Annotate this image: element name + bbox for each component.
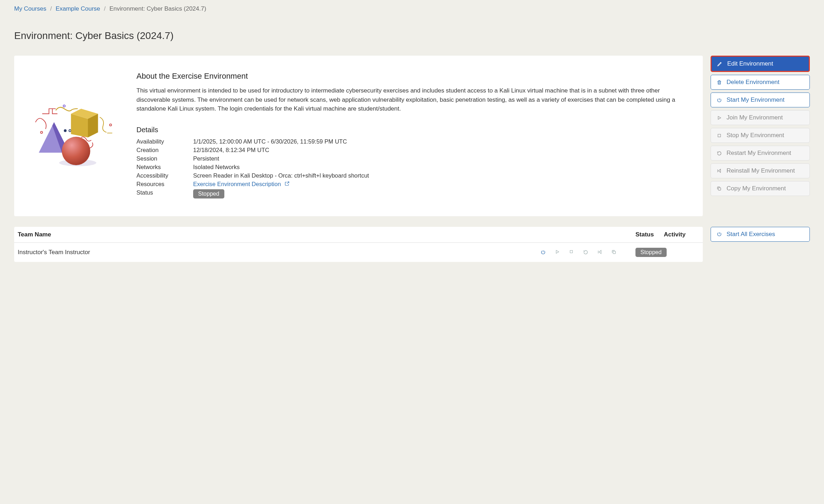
breadcrumb-example-course[interactable]: Example Course bbox=[56, 5, 100, 12]
svg-point-2 bbox=[110, 124, 112, 126]
row-restart-button[interactable] bbox=[582, 250, 589, 255]
delete-environment-button[interactable]: Delete Environment bbox=[711, 75, 810, 90]
svg-rect-12 bbox=[718, 134, 721, 137]
svg-point-4 bbox=[69, 130, 71, 132]
detail-value-session: Persistent bbox=[193, 155, 690, 162]
detail-label-networks: Networks bbox=[136, 164, 193, 170]
breadcrumb-my-courses[interactable]: My Courses bbox=[14, 5, 46, 12]
row-status-badge: Stopped bbox=[635, 248, 667, 257]
row-play-button[interactable] bbox=[554, 250, 560, 255]
table-row: Instructor's Team Instructor Stopped bbox=[14, 243, 703, 262]
stop-icon bbox=[716, 133, 722, 138]
detail-label-accessibility: Accessibility bbox=[136, 172, 193, 179]
environment-card: About the Exercise Environment This virt… bbox=[14, 56, 703, 216]
svg-point-3 bbox=[64, 129, 67, 132]
detail-label-resources: Resources bbox=[136, 181, 193, 187]
resources-link[interactable]: Exercise Environment Description bbox=[193, 181, 290, 187]
copy-icon bbox=[716, 186, 722, 191]
detail-label-creation: Creation bbox=[136, 147, 193, 153]
external-link-icon bbox=[285, 181, 290, 187]
start-environment-button[interactable]: Start My Environment bbox=[711, 93, 810, 107]
pencil-icon bbox=[717, 61, 723, 67]
skip-back-icon bbox=[716, 168, 722, 173]
row-stop-button[interactable] bbox=[568, 250, 574, 255]
join-environment-button: Join My Environment bbox=[711, 110, 810, 125]
start-all-exercises-button[interactable]: Start All Exercises bbox=[711, 227, 810, 242]
about-heading: About the Exercise Environment bbox=[136, 72, 690, 81]
status-badge: Stopped bbox=[193, 189, 224, 198]
restart-icon bbox=[716, 151, 722, 156]
stop-environment-button: Stop My Environment bbox=[711, 128, 810, 143]
trash-icon bbox=[716, 80, 722, 85]
power-icon bbox=[716, 231, 722, 237]
breadcrumb-current: Environment: Cyber Basics (2024.7) bbox=[110, 5, 206, 12]
row-power-button[interactable] bbox=[540, 250, 546, 255]
row-reinstall-button[interactable] bbox=[596, 250, 603, 255]
reinstall-environment-button: Reinstall My Environment bbox=[711, 163, 810, 178]
page-title: Environment: Cyber Basics (2024.7) bbox=[14, 30, 810, 41]
team-name: Instructor's Team Instructor bbox=[18, 249, 90, 256]
play-icon bbox=[716, 116, 722, 120]
svg-point-1 bbox=[63, 105, 65, 107]
detail-value-accessibility: Screen Reader in Kali Desktop - Orca: ct… bbox=[193, 172, 690, 179]
svg-rect-13 bbox=[718, 188, 721, 190]
teams-table: Team Name Status Activity Instructor's T… bbox=[14, 227, 703, 262]
th-activity: Activity bbox=[664, 231, 699, 238]
environment-actions: Edit Environment Delete Environment Star… bbox=[711, 56, 810, 196]
row-copy-button[interactable] bbox=[611, 250, 617, 255]
copy-environment-button: Copy My Environment bbox=[711, 181, 810, 196]
environment-illustration bbox=[27, 72, 119, 200]
svg-point-11 bbox=[62, 137, 90, 165]
power-icon bbox=[716, 97, 722, 103]
details-heading: Details bbox=[136, 126, 690, 134]
about-description: This virtual environment is intended to … bbox=[136, 86, 690, 113]
svg-rect-15 bbox=[613, 251, 616, 254]
detail-value-networks: Isolated Networks bbox=[193, 164, 690, 170]
detail-label-status: Status bbox=[136, 189, 193, 198]
breadcrumb-sep: / bbox=[50, 5, 52, 12]
detail-value-availability: 1/1/2025, 12:00:00 AM UTC - 6/30/2026, 1… bbox=[193, 138, 690, 145]
svg-point-0 bbox=[40, 131, 43, 134]
svg-rect-14 bbox=[570, 251, 573, 253]
restart-environment-button: Restart My Environment bbox=[711, 146, 810, 161]
detail-label-availability: Availability bbox=[136, 138, 193, 145]
breadcrumb-sep: / bbox=[104, 5, 106, 12]
th-status: Status bbox=[635, 231, 664, 238]
detail-label-session: Session bbox=[136, 155, 193, 162]
edit-environment-button[interactable]: Edit Environment bbox=[711, 56, 810, 72]
th-team-name: Team Name bbox=[18, 231, 540, 238]
breadcrumb: My Courses / Example Course / Environmen… bbox=[14, 5, 810, 12]
detail-value-creation: 12/18/2024, 8:12:34 PM UTC bbox=[193, 147, 690, 153]
